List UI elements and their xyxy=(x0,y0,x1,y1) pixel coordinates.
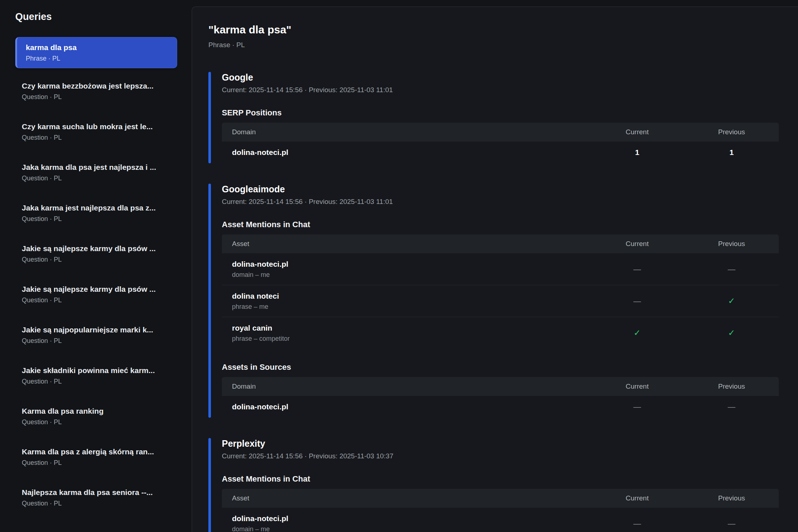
current-value: — xyxy=(590,402,684,411)
query-label: karma dla psa xyxy=(26,43,168,52)
query-label: Najlepsza karma dla psa seniora --... xyxy=(22,488,168,497)
query-meta: Question · PL xyxy=(22,337,168,345)
column-header-previous: Previous xyxy=(684,382,779,390)
asset-label: dolina-noteci.pl xyxy=(232,514,590,523)
table-body: dolina-noteci.pl domain – me — — dolina … xyxy=(222,253,779,349)
sidebar-item-query[interactable]: Jaka karma dla psa jest najlepsza i ... … xyxy=(15,155,177,190)
sidebar-item-query[interactable]: Jakie są najpopularniejsze marki k... Qu… xyxy=(15,317,177,353)
table-row: dolina-noteci.pl domain – me — — xyxy=(222,253,779,285)
sidebar-item-query[interactable]: Karma dla psa ranking Question · PL xyxy=(15,398,177,434)
sidebar-item-query[interactable]: Najlepsza karma dla psa seniora --... Qu… xyxy=(15,480,177,515)
current-value: 1 xyxy=(590,148,684,157)
table-row: royal canin phrase – competitor ✓ ✓ xyxy=(222,317,779,349)
section-accent-bar xyxy=(208,438,211,532)
previous-value: — xyxy=(684,519,779,528)
asset-label: dolina-noteci.pl xyxy=(232,259,590,269)
sidebar-item-query[interactable]: karma dla psa Phrase · PL xyxy=(15,37,177,68)
table-header-row: Asset Current Previous xyxy=(222,234,779,253)
query-label: Karma dla psa ranking xyxy=(22,406,168,416)
row-label-cell: dolina noteci phrase – me xyxy=(222,291,590,311)
asset-label: royal canin xyxy=(232,323,590,333)
sidebar-item-query[interactable]: Jakie składniki powinna mieć karm... Que… xyxy=(15,358,177,393)
query-detail-panel: "karma dla psa" Phrase · PL Google Curre… xyxy=(192,7,798,532)
query-label: Jaka karma jest najlepsza dla psa z... xyxy=(22,203,168,213)
sidebar-title: Queries xyxy=(15,11,192,22)
query-meta: Question · PL xyxy=(22,459,168,467)
metric-table: Asset Mentions in Chat Asset Current Pre… xyxy=(222,474,779,532)
previous-value: — xyxy=(684,402,779,411)
engine-section: Googleaimode Current: 2025-11-14 15:56 ·… xyxy=(208,184,779,418)
previous-value: 1 xyxy=(684,148,779,157)
query-label: Jakie składniki powinna mieć karm... xyxy=(22,366,168,375)
table-heading: Asset Mentions in Chat xyxy=(222,220,779,229)
metric-table: SERP Positions Domain Current Previous d… xyxy=(222,108,779,163)
sidebar-item-query[interactable]: Karma dla psa z alergią skórną ran... Qu… xyxy=(15,439,177,475)
asset-type-label: phrase – competitor xyxy=(232,335,590,343)
column-header-label: Domain xyxy=(222,128,590,136)
table-row: dolina-noteci.pl 1 1 xyxy=(222,142,779,163)
sidebar-item-query[interactable]: Czy karma bezzbożowa jest lepsza... Ques… xyxy=(15,73,177,109)
column-header-previous: Previous xyxy=(684,494,779,502)
section-accent-bar xyxy=(208,184,211,418)
table-header-row: Asset Current Previous xyxy=(222,489,779,508)
current-value: — xyxy=(590,519,684,528)
engine-timestamps: Current: 2025-11-14 15:56 · Previous: 20… xyxy=(222,197,779,206)
table-body: dolina-noteci.pl 1 1 xyxy=(222,142,779,163)
current-check-icon: ✓ xyxy=(590,328,684,338)
sidebar-item-query[interactable]: Jaka karma jest najlepsza dla psa z... Q… xyxy=(15,195,177,231)
query-meta: Question · PL xyxy=(22,215,168,223)
table-body: dolina-noteci.pl domain – me — — xyxy=(222,508,779,532)
engine-tables: SERP Positions Domain Current Previous d… xyxy=(222,108,779,163)
query-meta: Phrase · PL xyxy=(26,54,168,62)
column-header-current: Current xyxy=(590,382,684,390)
column-header-current: Current xyxy=(590,128,684,136)
previous-value: — xyxy=(684,265,779,274)
row-label-cell: dolina-noteci.pl xyxy=(222,148,590,157)
row-label-cell: royal canin phrase – competitor xyxy=(222,323,590,343)
sidebar-item-query[interactable]: Czy karma sucha lub mokra jest le... Que… xyxy=(15,114,177,150)
table-header-row: Domain Current Previous xyxy=(222,377,779,396)
engine-name: Googleaimode xyxy=(222,184,779,195)
query-label: Jakie są najlepsze karmy dla psów ... xyxy=(22,285,168,294)
sidebar-item-query[interactable]: Jakie są najlepsze karmy dla psów ... Qu… xyxy=(15,277,177,312)
query-meta: Question · PL xyxy=(22,296,168,304)
table-body: dolina-noteci.pl — — xyxy=(222,396,779,418)
query-label: Karma dla psa z alergią skórną ran... xyxy=(22,447,168,457)
asset-label: dolina noteci xyxy=(232,291,590,301)
column-header-previous: Previous xyxy=(684,240,779,248)
engine-tables: Asset Mentions in Chat Asset Current Pre… xyxy=(222,474,779,532)
query-meta: Question · PL xyxy=(22,499,168,507)
engine-timestamps: Current: 2025-11-14 15:56 · Previous: 20… xyxy=(222,86,779,94)
engine-name: Perplexity xyxy=(222,438,779,449)
current-value: — xyxy=(590,265,684,274)
query-label: Jakie są najlepsze karmy dla psów ... xyxy=(22,244,168,253)
engine-name: Google xyxy=(222,72,779,83)
query-label: Czy karma sucha lub mokra jest le... xyxy=(22,122,168,131)
row-label-cell: dolina-noteci.pl domain – me xyxy=(222,259,590,279)
table-row: dolina noteci phrase – me — ✓ xyxy=(222,285,779,317)
previous-check-icon: ✓ xyxy=(684,296,779,306)
asset-type-label: phrase – me xyxy=(232,303,590,311)
engine-tables: Asset Mentions in Chat Asset Current Pre… xyxy=(222,220,779,418)
metric-table: Assets in Sources Domain Current Previou… xyxy=(222,363,779,418)
table-header-row: Domain Current Previous xyxy=(222,123,779,142)
query-list: karma dla psa Phrase · PL Czy karma bezz… xyxy=(0,37,192,515)
sidebar-item-query[interactable]: Jakie są najlepsze karmy dla psów ... Qu… xyxy=(15,236,177,271)
query-label: Jaka karma dla psa jest najlepsza i ... xyxy=(22,163,168,172)
metric-table: Asset Mentions in Chat Asset Current Pre… xyxy=(222,220,779,349)
queries-sidebar: Queries karma dla psa Phrase · PL Czy ka… xyxy=(0,0,192,532)
query-meta: Question · PL xyxy=(22,377,168,385)
column-header-label: Domain xyxy=(222,382,590,390)
query-label: Czy karma bezzbożowa jest lepsza... xyxy=(22,81,168,91)
asset-label: dolina-noteci.pl xyxy=(232,148,590,157)
asset-type-label: domain – me xyxy=(232,271,590,279)
engine-section: Perplexity Current: 2025-11-14 15:56 · P… xyxy=(208,438,779,532)
engine-timestamps: Current: 2025-11-14 15:56 · Previous: 20… xyxy=(222,452,779,461)
table-heading: SERP Positions xyxy=(222,108,779,118)
column-header-label: Asset xyxy=(222,494,590,502)
page-title: "karma dla psa" xyxy=(208,23,779,36)
column-header-current: Current xyxy=(590,494,684,502)
column-header-current: Current xyxy=(590,240,684,248)
asset-label: dolina-noteci.pl xyxy=(232,402,590,412)
section-accent-bar xyxy=(208,72,211,163)
